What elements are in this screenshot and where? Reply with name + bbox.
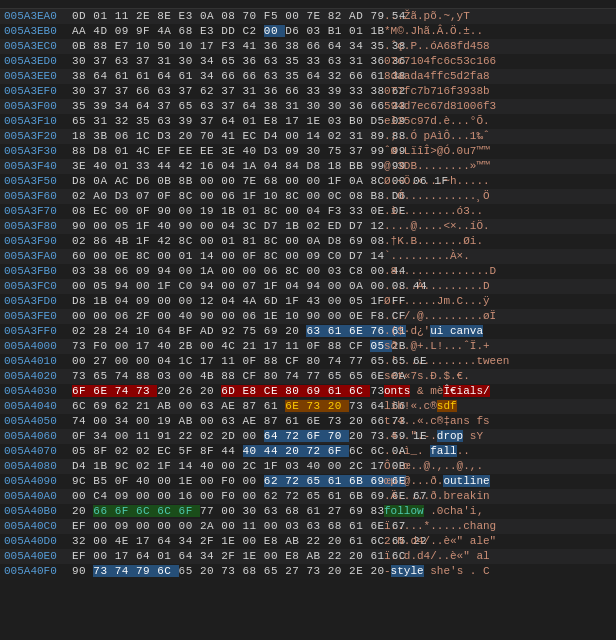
hex-byte: 88 — [136, 370, 157, 382]
hex-byte: 43 — [306, 295, 327, 307]
hex-cell: EF 00 17 64 01 64 34 2F 1E 00 E8 AB 22 2… — [70, 549, 380, 564]
hex-data-area[interactable]: 005A3EA00D 01 11 2E 8E E3 0A 08 70 F5 00… — [0, 9, 616, 640]
hex-byte: 66 — [221, 70, 242, 82]
hex-byte: 38 — [93, 265, 114, 277]
hex-byte: 84 — [285, 160, 306, 172]
offset-cell: 005A3FD0 — [0, 294, 70, 309]
hex-byte: 33 — [306, 55, 327, 67]
hex-cell: 08 EC 00 0F 90 00 19 1B 01 8C 00 04 F3 3… — [70, 204, 380, 219]
hex-byte: 73 — [349, 400, 370, 412]
hex-byte: 00 — [243, 265, 264, 277]
hex-byte: 04 — [285, 280, 306, 292]
hex-byte: D6 — [285, 25, 306, 37]
hex-byte: 61 — [328, 475, 349, 487]
hex-byte: 0B — [157, 175, 178, 187]
hex-byte: 17 — [115, 550, 136, 562]
decoded-cell: .../.@.........øÏ — [380, 309, 616, 324]
hex-byte: 00 — [115, 205, 136, 217]
hex-cell: 02 A0 D3 07 0F 8C 00 06 1F 10 8C 00 0C 0… — [70, 189, 380, 204]
hex-cell: 32 00 4E 17 64 34 2F 1E 00 E8 AB 22 20 6… — [70, 534, 380, 549]
hex-cell: D8 0A AC D6 0B 8B 00 00 7E 68 00 00 1F 0… — [70, 174, 380, 189]
hex-byte: D7 — [349, 250, 370, 262]
hex-byte: CF — [243, 370, 264, 382]
hex-byte: 02 — [72, 235, 93, 247]
decoded-cell: .;..Ó pAìÔ...1‰ˆ — [380, 129, 616, 144]
offset-cell: 005A4040 — [0, 399, 70, 414]
hex-byte: CF — [349, 340, 370, 352]
hex-byte: 4B — [115, 235, 136, 247]
hex-byte: 00 — [136, 490, 157, 502]
hex-byte: 00 — [221, 505, 242, 517]
hex-cell: 02 28 24 10 64 BF AD 92 75 69 20 63 61 6… — [70, 324, 380, 339]
hex-byte: 6B — [349, 490, 370, 502]
hex-byte: B1 — [328, 25, 349, 37]
hex-byte: 00 — [115, 430, 136, 442]
hex-byte: 08 — [349, 190, 370, 202]
hex-byte: D4 — [72, 460, 93, 472]
hex-byte: 61 — [115, 70, 136, 82]
hex-byte: 35 — [136, 115, 157, 127]
hex-byte: 06 — [221, 190, 242, 202]
hex-byte: 73 — [72, 370, 93, 382]
hex-byte: 64 — [157, 70, 178, 82]
hex-byte: 00 — [243, 490, 264, 502]
hex-cell: 90 00 05 1F 40 90 00 04 3C D7 1B 02 ED D… — [70, 219, 380, 234]
hex-byte: 18 — [72, 130, 93, 142]
hex-byte: 00 — [157, 310, 178, 322]
hex-byte: 00 — [285, 175, 306, 187]
hex-byte: 03 — [72, 265, 93, 277]
hex-byte: 36 — [264, 40, 285, 52]
hex-byte: AE — [243, 415, 264, 427]
hex-byte: E8 — [243, 385, 264, 397]
hex-byte: 27 — [93, 355, 114, 367]
hex-byte: C0 — [179, 280, 200, 292]
hex-byte: 20 — [72, 505, 93, 517]
hex-byte: 00 — [200, 175, 221, 187]
hex-byte: 63 — [264, 70, 285, 82]
hex-byte: 64 — [136, 100, 157, 112]
hex-byte: E3 — [179, 10, 200, 22]
decoded-cell: el25c97d.è...°Õ. — [380, 114, 616, 129]
hex-byte: 00 — [157, 250, 178, 262]
hex-byte: D8 — [93, 145, 114, 157]
hex-byte: 36 — [349, 100, 370, 112]
hex-byte: 81 — [243, 235, 264, 247]
hex-byte: 11 — [285, 340, 306, 352]
hex-byte: 0D — [72, 10, 93, 22]
hex-byte: 0F — [115, 475, 136, 487]
hex-byte: 00 — [328, 280, 349, 292]
table-row: 005A40406C 69 62 21 AB 00 63 AE 87 61 6E… — [0, 399, 616, 414]
hex-byte: 00 — [200, 415, 221, 427]
hex-byte: 1F — [136, 235, 157, 247]
hex-byte: 00 — [221, 250, 242, 262]
hex-byte: 90 — [72, 220, 93, 232]
table-row: 005A3EC00B 88 E7 10 50 10 17 F3 41 36 38… — [0, 39, 616, 54]
hex-cell: 03 38 06 09 94 00 1A 00 00 06 8C 00 03 C… — [70, 264, 380, 279]
decoded-text: œµ.@...ð. — [384, 475, 443, 487]
hex-byte: 00 — [72, 280, 93, 292]
hex-byte: 0A — [349, 280, 370, 292]
hex-byte: 31 — [243, 85, 264, 97]
hex-byte: 10 — [136, 40, 157, 52]
hex-byte: 17 — [285, 115, 306, 127]
hex-byte: 00 — [200, 490, 221, 502]
hex-byte: 38 — [72, 70, 93, 82]
hex-byte: 22 — [179, 430, 200, 442]
hex-byte: D3 — [115, 190, 136, 202]
hex-byte: 37 — [221, 100, 242, 112]
hex-byte: 00 — [157, 520, 178, 532]
decoded-text: .4..".-. — [384, 430, 437, 442]
hex-byte: 20 — [328, 400, 349, 412]
hex-byte: 00 — [93, 535, 114, 547]
table-row: 005A3FD0D8 1B 04 09 00 00 12 04 4A 6D 1F… — [0, 294, 616, 309]
decoded-cell: set«7s.Ð.$.€. — [380, 369, 616, 384]
hex-byte: 70 — [243, 10, 264, 22]
offset-cell: 005A3EA0 — [0, 9, 70, 24]
offset-cell: 005A40A0 — [0, 489, 70, 504]
table-row: 005A40C0EF 00 09 00 00 00 2A 00 11 00 03… — [0, 519, 616, 534]
hex-byte: 00 — [328, 295, 349, 307]
hex-byte: 61 — [328, 385, 349, 397]
hex-byte: 10 — [285, 310, 306, 322]
hex-byte: 6D — [264, 295, 285, 307]
hex-byte: 20 — [200, 565, 221, 577]
